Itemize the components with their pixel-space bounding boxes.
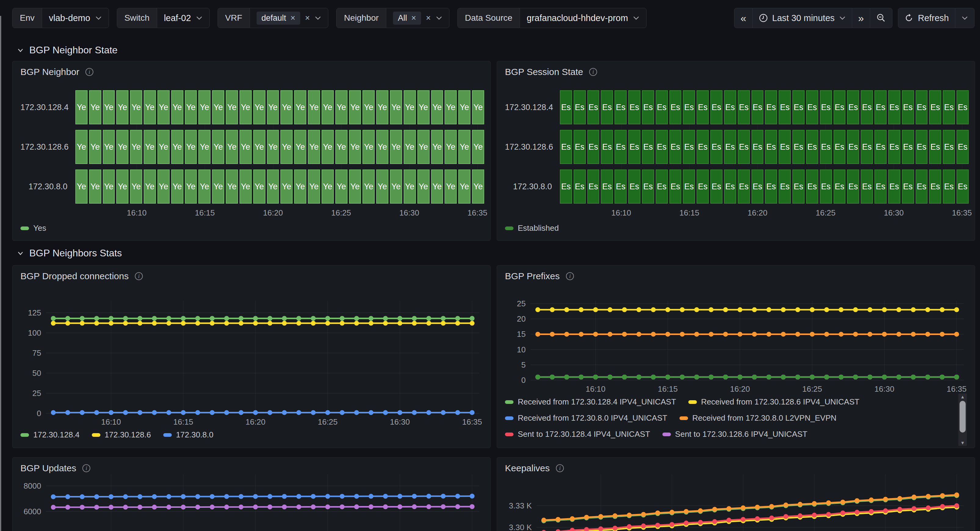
filter-env[interactable]: Env vlab-demo <box>12 8 109 28</box>
filter-datasource[interactable]: Data Source grafanacloud-hhdev-prom <box>457 8 647 28</box>
info-icon[interactable]: i <box>589 67 598 76</box>
data-point <box>253 321 258 325</box>
svg-text:i: i <box>138 273 140 279</box>
state-cell: Ye <box>472 170 484 204</box>
y-axis-tick-label: 3.30 K <box>506 523 532 531</box>
data-point <box>784 502 788 507</box>
filter-env-value[interactable]: vlab-demo <box>42 8 108 28</box>
info-icon[interactable]: i <box>565 272 574 281</box>
filter-switch[interactable]: Switch leaf-02 <box>117 8 210 28</box>
legend-item[interactable]: Yes <box>21 223 46 233</box>
data-point <box>166 316 171 321</box>
legend-item[interactable]: Established <box>505 223 558 233</box>
state-cell: Ye <box>185 170 197 204</box>
panel-header[interactable]: BGP Neighbor i <box>21 67 94 77</box>
remove-tag-icon[interactable]: × <box>290 14 295 22</box>
y-axis-tick-label: 5 <box>500 360 526 369</box>
legend-item[interactable]: Received from 172.30.128.4 IPV4_UNICAST <box>505 397 676 407</box>
info-icon[interactable]: i <box>134 272 143 281</box>
state-cell: Ye <box>158 130 170 164</box>
state-cell: Es <box>738 90 750 124</box>
clear-filter-icon[interactable]: × <box>426 14 431 22</box>
legend-scrollbar[interactable]: ▲▼ <box>958 393 967 446</box>
time-tick-label: 16:35 <box>462 417 482 427</box>
panel-header[interactable]: BGP Session State i <box>505 67 598 77</box>
time-tick-label: 16:30 <box>399 208 419 218</box>
data-point <box>325 494 330 499</box>
state-cell: Ye <box>185 90 197 124</box>
panel-header[interactable]: BGP Prefixes i <box>505 271 574 281</box>
panel-header[interactable]: BGP Updates i <box>21 463 91 473</box>
state-cell: Ye <box>404 90 416 124</box>
filter-switch-value[interactable]: leaf-02 <box>157 8 209 28</box>
state-cell: Es <box>642 90 654 124</box>
state-cell: Ye <box>417 130 430 164</box>
state-cell: Ye <box>226 90 238 124</box>
row-bgp-neighbor-state[interactable]: BGP Neighbor State <box>17 44 118 56</box>
time-shift-back-button[interactable]: « <box>734 8 752 28</box>
data-point <box>665 375 670 379</box>
state-cell: Es <box>765 130 777 164</box>
state-cell: Es <box>697 130 709 164</box>
data-point <box>412 321 417 325</box>
panel-header[interactable]: Keepalives i <box>505 463 565 473</box>
info-icon[interactable]: i <box>85 67 94 76</box>
remove-tag-icon[interactable]: × <box>411 14 416 22</box>
y-axis-tick-label: 50 <box>16 369 41 378</box>
data-point <box>955 493 959 498</box>
data-point <box>181 316 186 321</box>
filter-datasource-value[interactable]: grafanacloud-hhdev-prom <box>520 8 646 28</box>
state-cell: Es <box>820 170 832 204</box>
zoom-out-time-button[interactable] <box>870 8 892 28</box>
refresh-interval-dropdown[interactable] <box>955 8 974 28</box>
data-point <box>752 307 757 312</box>
data-point <box>641 523 646 528</box>
filter-vrf-tag[interactable]: default × <box>256 11 300 25</box>
data-point <box>752 375 757 379</box>
data-point <box>195 504 200 509</box>
state-cell: Ye <box>294 130 306 164</box>
info-icon[interactable]: i <box>555 464 565 473</box>
legend-item[interactable]: Received from 172.30.8.0 L2VPN_EVPN <box>679 413 837 423</box>
legend-swatch <box>21 227 29 230</box>
state-cell: Es <box>820 90 832 124</box>
data-point <box>80 410 84 415</box>
legend-item[interactable]: 172.30.128.6 <box>92 430 151 439</box>
data-point <box>584 527 589 531</box>
legend-item[interactable]: 172.30.128.4 <box>21 430 80 439</box>
legend-label: 172.30.128.6 <box>105 430 151 439</box>
legend-item[interactable]: Received from 172.30.8.0 IPV4_UNICAST <box>505 413 667 423</box>
timeline-row: 172.30.8.0EsEsEsEsEsEsEsEsEsEsEsEsEsEsEs… <box>505 170 969 204</box>
data-point <box>869 498 874 502</box>
panel-title-text: Keepalives <box>505 463 550 473</box>
clear-filter-icon[interactable]: × <box>305 14 310 22</box>
legend-item[interactable]: Received from 172.30.128.6 IPV4_UNICAST <box>688 397 859 407</box>
time-shift-forward-button[interactable]: » <box>852 8 870 28</box>
y-axis-tick-label: 75 <box>16 349 41 358</box>
data-point <box>94 321 99 325</box>
scroll-up-icon[interactable]: ▲ <box>958 394 967 399</box>
data-point <box>882 307 887 312</box>
filter-neighbor-value[interactable]: All × × <box>386 8 449 28</box>
legend-item[interactable]: Sent to 172.30.128.4 IPV4_UNICAST <box>505 430 650 439</box>
panel-header[interactable]: BGP Dropped connections i <box>21 271 143 281</box>
info-icon[interactable]: i <box>82 464 91 473</box>
legend-item[interactable]: 172.30.8.0 <box>163 430 213 439</box>
row-bgp-neighbors-stats[interactable]: BGP Neighbors Stats <box>17 247 122 259</box>
data-point <box>441 316 446 321</box>
scrollbar-thumb[interactable] <box>959 401 966 433</box>
filter-neighbor-tag[interactable]: All × <box>393 11 421 25</box>
scroll-down-icon[interactable]: ▼ <box>958 440 967 445</box>
legend-item[interactable]: Sent to 172.30.128.6 IPV4_UNICAST <box>662 430 808 439</box>
data-point <box>535 307 540 312</box>
filter-neighbor[interactable]: Neighbor All × × <box>336 8 449 28</box>
state-cell: Es <box>587 90 600 124</box>
filter-vrf[interactable]: VRF default × × <box>218 8 329 28</box>
data-point <box>622 375 627 379</box>
filter-vrf-value[interactable]: default × × <box>250 8 328 28</box>
refresh-button[interactable]: Refresh <box>898 8 955 28</box>
data-point <box>239 504 243 509</box>
data-point <box>282 494 287 499</box>
time-range-picker[interactable]: Last 30 minutes <box>752 8 852 28</box>
data-point <box>781 332 786 336</box>
